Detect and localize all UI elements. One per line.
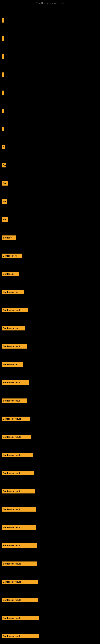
bar-label: Bottleneck result [3,526,21,529]
bar [1,18,4,22]
bar-row: Bottleneck result [0,544,100,548]
bar-row: Bottleneck res [0,326,100,330]
bar-row: Bottleneck re [0,362,100,367]
bar: Bottleneck result [1,308,28,312]
bar-row: Bottleneck result [0,634,100,638]
bar-row: Bottlene [0,236,100,240]
bar-row [0,109,100,113]
bar: Bot [1,217,8,222]
bar-label: Bottleneck result [3,544,21,547]
bar [1,109,4,113]
bar: Bo [1,163,6,168]
bar-row [0,18,100,22]
bar [1,72,4,77]
bar-label: Bottleneck result [3,562,21,565]
bar: Bottlene [1,236,16,240]
bar: Bottleneck result [1,507,36,512]
bar-row: Bottleneck res [0,290,100,294]
bar: Bottleneck result [1,435,31,439]
bar: Bottleneck result [1,416,30,421]
bar-label: Bo [3,164,6,166]
bar: Bottleneck res [1,290,24,294]
bar-row: Bottleneck result [0,525,100,530]
bar-label: Bottleneck result [3,454,21,456]
bar: Bottleneck [1,272,19,276]
bar [1,127,4,131]
bar: Bottleneck result [1,489,35,494]
bar: Bottleneck re [1,362,23,367]
bar-row: Bottleneck result [0,308,100,312]
bar-row: Bottleneck result [0,507,100,512]
bar-row: Bottleneck result [0,453,100,457]
bar-row: Bottleneck result [0,562,100,566]
bar-row: Bot [0,217,100,222]
bar-row: Bottleneck resul [0,344,100,348]
bar-label: B [3,146,4,148]
bar-label: Bottleneck res [3,327,18,330]
bar: Bo [1,199,7,204]
bar-row: Bottleneck result [0,471,100,475]
bar-label: Bottleneck result [3,472,21,474]
bar-row [0,54,100,59]
bar [1,90,4,95]
bar-row: Bottleneck result [0,380,100,385]
bar: Bottleneck result [1,544,37,548]
site-title: TheBottlenecker.com [0,0,100,6]
bar-row: Bo [0,163,100,168]
bar-label: Bottleneck result [3,617,21,619]
bar-row: B [0,145,100,149]
bar: B [1,145,5,149]
bar-label: Bottleneck resul [3,345,20,348]
bar-row [0,90,100,95]
bar: Bottleneck result [1,616,39,620]
bar: Bottleneck res [1,326,25,330]
bar-row: Bo [0,199,100,204]
bar: Bottleneck result [1,580,38,584]
bar-label: Bottleneck result [3,580,21,583]
bar-label: Bottleneck res [3,291,18,293]
bar-row: Bottleneck result [0,598,100,602]
bar-row: Bot [0,181,100,186]
bar-row: Bottleneck result [0,416,100,421]
bar-row [0,127,100,131]
bar-row: Bottleneck result [0,435,100,439]
bar-label: Bottleneck result [3,599,21,601]
bar: Bottleneck result [1,598,38,602]
bar-label: Bottleneck result [3,490,21,492]
bar: Bottleneck result [1,453,33,457]
bar-label: Bottleneck re [3,363,17,366]
bar-row [0,72,100,77]
bar-label: Bottleneck result [3,508,21,510]
bar-label: Bottleneck re [3,254,17,257]
bar-label: Bottleneck result [3,418,21,420]
bar-row [0,36,100,41]
bar-label: Bottlene [3,236,12,239]
bar-row: Bottleneck result [0,616,100,620]
bar: Bottleneck result [1,525,36,530]
bar: Bottleneck resul [1,344,27,348]
bar-row: Bottleneck [0,272,100,276]
bar: Bottleneck re [1,254,22,258]
bar: Bottleneck result [1,634,39,638]
bars-container: BBoBotBoBotBottleneBottleneck reBottlene… [0,6,100,644]
bar-row: Bottleneck result [0,580,100,584]
bar-label: Bot [3,218,6,221]
bar-row: Bottleneck result [0,489,100,494]
bar [1,36,4,41]
bar-label: Bot [3,182,6,184]
bar-label: Bottleneck result [3,635,21,637]
bar [1,54,4,59]
bar-label: Bottleneck result [3,381,21,384]
bar: Bottleneck result [1,380,29,385]
bar-label: Bottleneck resul [3,400,20,402]
bar-label: Bottleneck [3,273,14,275]
bar: Bottleneck result [1,471,34,475]
bar-label: Bo [3,200,6,203]
bar-label: Bottleneck result [3,309,21,311]
bar: Bottleneck result [1,562,37,566]
bar-label: Bottleneck result [3,436,21,438]
bar: Bottleneck resul [1,398,27,403]
bar-row: Bottleneck resul [0,398,100,403]
bar: Bot [1,181,8,186]
bar-row: Bottleneck re [0,254,100,258]
